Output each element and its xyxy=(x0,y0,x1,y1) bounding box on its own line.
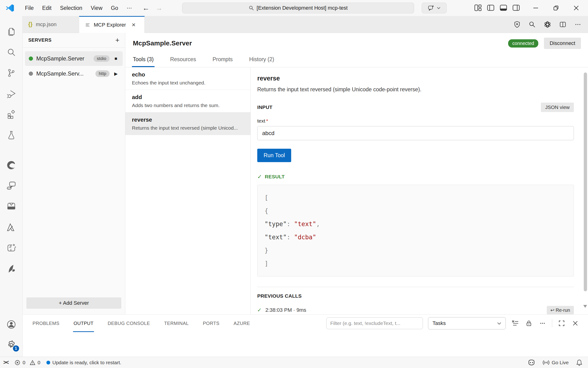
layout-controls xyxy=(474,4,520,12)
disconnect-button[interactable]: Disconnect xyxy=(544,38,581,49)
close-window-button[interactable] xyxy=(571,3,581,13)
output-filter-input[interactable] xyxy=(326,317,423,329)
menu-file[interactable]: File xyxy=(21,3,38,13)
tool-list-item-add[interactable]: addAdds two numbers and returns the sum. xyxy=(125,90,251,112)
output-channel-select[interactable]: Tasks xyxy=(428,317,506,329)
add-server-icon[interactable]: + xyxy=(115,37,119,44)
json-view-button[interactable]: JSON view xyxy=(541,103,574,112)
tab-label: MCP Explorer xyxy=(94,22,126,28)
panel-tab-ports[interactable]: PORTS xyxy=(202,315,220,332)
copilot-status-icon[interactable] xyxy=(528,359,535,367)
warning-icon xyxy=(29,359,36,366)
result-check-icon: ✓ xyxy=(257,173,262,180)
chevron-down-icon xyxy=(437,7,441,9)
menu-overflow[interactable]: ⋯ xyxy=(122,3,136,13)
nav-back-icon[interactable]: ← xyxy=(142,4,149,12)
stop-server-icon[interactable]: ■ xyxy=(113,56,119,61)
m365-icon[interactable]: M365 xyxy=(6,201,17,212)
tool-list-item-reverse[interactable]: reverseReturns the input text reversed (… xyxy=(125,112,251,135)
clear-output-icon[interactable] xyxy=(511,319,520,328)
tool-detail: reverse Returns the input text reversed … xyxy=(251,67,588,314)
svg-text:M365: M365 xyxy=(8,207,14,209)
tab-mcp-json[interactable]: {} mcp.json xyxy=(23,16,79,33)
panel-tab-azure[interactable]: AZURE xyxy=(233,315,251,332)
panel-tab-problems[interactable]: PROBLEMS xyxy=(32,315,60,332)
status-badge: connected xyxy=(508,39,538,47)
menu-go[interactable]: Go xyxy=(107,3,123,13)
search-icon xyxy=(249,5,254,11)
tab-prompts[interactable]: Prompts xyxy=(212,52,234,67)
notifications-bell-icon[interactable] xyxy=(576,359,583,366)
toggle-panel-icon[interactable] xyxy=(500,4,507,12)
copilot-chat-button[interactable] xyxy=(422,3,447,13)
tab-tools-3-[interactable]: Tools (3) xyxy=(132,52,154,67)
search-editor-icon[interactable] xyxy=(528,20,536,28)
menu-edit[interactable]: Edit xyxy=(38,3,56,13)
add-server-button[interactable]: + Add Server xyxy=(26,297,121,309)
menu-selection[interactable]: Selection xyxy=(56,3,87,13)
wave-logo-icon[interactable] xyxy=(6,263,17,274)
command-center-search[interactable]: [Extension Development Host] mcp-test xyxy=(182,3,414,13)
edge-tools-icon[interactable] xyxy=(6,159,17,171)
panel-tab-output[interactable]: OUTPUT xyxy=(73,315,94,332)
account-icon[interactable] xyxy=(6,319,17,330)
close-tab-icon[interactable]: ✕ xyxy=(132,22,136,28)
list-icon xyxy=(85,22,90,28)
lock-icon[interactable] xyxy=(525,319,533,328)
panel-tab-debug-console[interactable]: DEBUG CONSOLE xyxy=(107,315,151,332)
menu-view[interactable]: View xyxy=(87,3,106,13)
panel-tab-terminal[interactable]: TERMINAL xyxy=(164,315,189,332)
testing-icon[interactable] xyxy=(6,129,17,141)
customize-layout-icon[interactable] xyxy=(474,4,482,12)
scrollbar-thumb[interactable] xyxy=(584,73,587,291)
tab-history-2-[interactable]: History (2) xyxy=(248,52,275,67)
tab-mcp-explorer[interactable]: MCP Explorer ✕ xyxy=(79,16,145,33)
server-tabs: Tools (3)ResourcesPromptsHistory (2) xyxy=(125,52,588,67)
server-status-dot-icon xyxy=(29,72,33,76)
text-field[interactable] xyxy=(257,126,574,140)
server-list-item[interactable]: McpSample.Serv...http▶ xyxy=(25,66,123,81)
nav-forward-icon[interactable]: → xyxy=(155,4,163,12)
copilot-chat-icon[interactable] xyxy=(6,180,17,192)
server-list-item[interactable]: McpSample.Serverstdio■ xyxy=(25,51,123,66)
tool-description: Echoes the input text unchanged. xyxy=(132,80,244,86)
extensions-icon[interactable] xyxy=(6,109,17,120)
close-panel-icon[interactable] xyxy=(571,319,579,328)
server-title: McpSample.Server xyxy=(133,39,192,47)
run-tool-button[interactable]: Run Tool xyxy=(257,149,291,162)
chat-sparkle-icon xyxy=(428,5,434,11)
remote-indicator-icon[interactable]: >< xyxy=(3,359,8,366)
json-line: ] xyxy=(265,257,567,270)
sparkle-tool-icon[interactable] xyxy=(6,242,17,254)
rerun-button[interactable]: ↩ Re-run xyxy=(547,306,574,314)
search-sidebar-icon[interactable] xyxy=(6,46,17,58)
go-live-button[interactable]: Go Live xyxy=(542,359,569,366)
panel-tabs: PROBLEMSOUTPUTDEBUG CONSOLETERMINALPORTS… xyxy=(32,315,251,332)
maximize-panel-icon[interactable] xyxy=(557,319,566,328)
tab-resources[interactable]: Resources xyxy=(169,52,197,67)
run-debug-icon[interactable] xyxy=(6,88,17,99)
tool-list-item-echo[interactable]: echoEchoes the input text unchanged. xyxy=(125,67,251,90)
shield-x-icon[interactable] xyxy=(513,20,521,28)
azure-icon[interactable] xyxy=(6,222,17,233)
minimize-button[interactable] xyxy=(530,3,541,13)
toggle-secondary-sidebar-icon[interactable] xyxy=(512,4,520,12)
split-editor-icon[interactable] xyxy=(559,20,567,28)
json-line: "type": "text", xyxy=(265,217,567,230)
update-status[interactable]: Update is ready, click to restart. xyxy=(46,360,121,365)
more-actions-icon[interactable] xyxy=(574,20,582,28)
settings-gear-icon[interactable]: 1 xyxy=(6,339,17,350)
source-control-icon[interactable] xyxy=(6,67,17,79)
broadcast-icon xyxy=(542,359,549,366)
field-label-row: text* xyxy=(257,118,574,124)
problems-status[interactable]: 0 0 xyxy=(14,359,40,366)
openai-gpt-icon[interactable] xyxy=(543,20,552,29)
panel-more-icon[interactable] xyxy=(538,319,547,328)
server-header: McpSample.Server connected Disconnect xyxy=(125,33,588,52)
restore-button[interactable] xyxy=(551,3,561,13)
scrollbar[interactable] xyxy=(583,35,587,313)
scrollbar-down-arrow[interactable] xyxy=(583,305,587,308)
start-server-icon[interactable]: ▶ xyxy=(113,71,119,76)
toggle-primary-sidebar-icon[interactable] xyxy=(487,4,495,12)
explorer-icon[interactable] xyxy=(6,26,17,37)
